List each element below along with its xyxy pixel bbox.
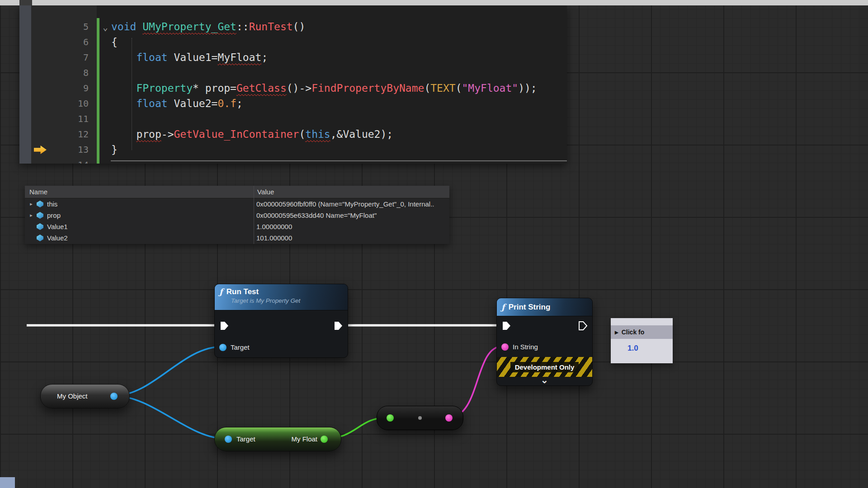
gutter-line[interactable]: 13 — [31, 142, 97, 157]
line-number[interactable]: 8 — [83, 67, 89, 78]
code-token: GetClass — [236, 82, 287, 94]
watch-column-divider[interactable] — [254, 186, 254, 244]
print-string-header: ƒ Print String — [497, 298, 592, 316]
watch-col-name[interactable]: Name — [25, 186, 254, 198]
gutter-line[interactable]: 12 — [31, 127, 97, 142]
code-line[interactable]: ⌄void UMyProperty_Get::RunTest() — [99, 19, 567, 34]
object-wire-to-getter[interactable] — [113, 396, 226, 439]
code-token: ( — [299, 128, 305, 140]
line-number[interactable]: 14 — [78, 160, 89, 164]
node-my-object[interactable]: My Object — [40, 384, 130, 408]
code-token: MyFloat — [217, 52, 261, 63]
run-test-header: ƒ Run Test Target is My Property Get — [215, 284, 348, 310]
code-line[interactable]: float Value1=MyFloat; — [99, 50, 567, 65]
code-line[interactable]: FProperty* prop=GetClass()->FindProperty… — [99, 80, 567, 96]
line-number[interactable]: 11 — [78, 113, 89, 124]
expand-caret-icon[interactable]: ▸ — [28, 210, 35, 221]
line-number[interactable]: 13 — [78, 144, 89, 155]
node-run-test[interactable]: ƒ Run Test Target is My Property Get Tar… — [214, 284, 348, 358]
conversion-dot-icon — [418, 416, 422, 420]
object-wire-to-runtest[interactable] — [113, 347, 222, 396]
node-subtitle: Target is My Property Get — [231, 297, 343, 304]
editor-margin[interactable] — [19, 5, 31, 164]
gutter-line[interactable]: 8 — [31, 65, 97, 80]
object-out-pin[interactable] — [110, 393, 118, 400]
expand-chevron-icon[interactable]: ⌄ — [497, 376, 592, 385]
exec-out-pin[interactable] — [333, 321, 343, 331]
target-pin-row: Target — [219, 343, 250, 351]
exec-in-pin[interactable] — [501, 321, 511, 331]
code-token: FProperty — [136, 82, 193, 94]
exec-in-pin[interactable] — [219, 321, 229, 331]
line-number[interactable]: 12 — [78, 129, 89, 140]
gutter-line[interactable]: 6 — [31, 34, 97, 50]
tooltip-header[interactable]: ▶ Click fo — [611, 325, 673, 339]
gutter-line[interactable]: 14 — [31, 157, 97, 164]
watch-value: 0x00000595e633dd40 Name="MyFloat" — [256, 210, 447, 221]
watch-row[interactable]: ▸this0x000005960fbf0ff0 (Name="MyPropert… — [25, 198, 449, 210]
exec-out-pin[interactable] — [578, 321, 588, 331]
code-line[interactable]: } — [99, 142, 567, 157]
code-token: GetValue_InContainer — [174, 128, 299, 140]
expand-caret-icon[interactable]: ▸ — [28, 198, 35, 210]
gutter-line[interactable]: 10 — [31, 96, 97, 111]
my-float-out-pin[interactable] — [321, 436, 328, 443]
watch-window[interactable]: Name Value ▸this0x000005960fbf0ff0 (Name… — [25, 186, 449, 244]
code-line[interactable]: prop->GetValue_InContainer(this,&Value2)… — [99, 127, 567, 142]
code-lines[interactable]: ⌄void UMyProperty_Get::RunTest(){ float … — [99, 5, 567, 164]
node-get-my-float[interactable]: Target My Float — [214, 427, 341, 451]
watch-col-value[interactable]: Value — [254, 186, 449, 198]
watch-row[interactable]: ▸prop0x00000595e633dd40 Name="MyFloat" — [25, 210, 449, 221]
code-line[interactable] — [99, 65, 567, 80]
development-only-banner: Development Only — [497, 357, 592, 377]
watch-row[interactable]: Value11.00000000 — [25, 221, 449, 232]
code-token: ( — [424, 82, 430, 94]
code-line[interactable] — [99, 111, 567, 127]
target-pin[interactable] — [225, 436, 232, 443]
variable-icon — [37, 223, 43, 230]
banner-label: Development Only — [510, 362, 579, 372]
string-out-pin[interactable] — [445, 414, 453, 422]
code-token: float — [136, 98, 174, 109]
gutter-line[interactable]: 5 — [31, 19, 97, 34]
code-token: ( — [456, 82, 462, 94]
node-print-string[interactable]: ƒ Print String In String Development Onl… — [496, 298, 593, 386]
gutter-line[interactable]: 7 — [31, 50, 97, 65]
in-string-pin[interactable] — [501, 343, 509, 351]
variable-label: My Object — [57, 385, 88, 408]
watch-value: 0x000005960fbf0ff0 (Name="MyProperty_Get… — [256, 198, 447, 210]
code-line[interactable]: { — [99, 34, 567, 50]
line-number[interactable]: 7 — [83, 52, 89, 63]
node-conversion[interactable] — [377, 406, 463, 430]
indent-guide — [132, 38, 132, 150]
code-token: = — [230, 82, 236, 94]
gutter-line[interactable]: 9 — [31, 80, 97, 96]
line-number[interactable]: 5 — [83, 21, 89, 32]
code-line[interactable]: float Value2=0.f; — [99, 96, 567, 111]
line-number[interactable]: 9 — [83, 83, 89, 94]
code-editor[interactable]: 567891011121314 ⌄void UMyProperty_Get::R… — [19, 5, 567, 164]
code-token: this — [305, 128, 330, 140]
code-token: ; — [236, 98, 243, 109]
gutter-line[interactable]: 11 — [31, 111, 97, 127]
code-token: ,&Value2); — [330, 128, 393, 140]
watch-header: Name Value — [25, 186, 449, 198]
variable-icon — [37, 201, 43, 207]
gutter-numbers[interactable]: 567891011121314 — [31, 5, 97, 164]
code-token — [111, 82, 136, 94]
float-in-pin[interactable] — [387, 414, 394, 422]
target-pin[interactable] — [219, 344, 226, 351]
fold-chevron-icon[interactable]: ⌄ — [99, 19, 111, 35]
in-string-pin-row: In String — [501, 343, 538, 351]
code-token: ()-> — [287, 82, 311, 94]
blueprint-canvas[interactable]: 567891011121314 ⌄void UMyProperty_Get::R… — [0, 0, 868, 488]
code-token: { — [111, 36, 118, 48]
code-token: } — [111, 144, 118, 155]
code-token: = — [212, 52, 218, 63]
code-token: 0.f — [217, 98, 236, 109]
watch-row[interactable]: Value2101.000000 — [25, 232, 449, 244]
code-token: = — [212, 98, 218, 109]
line-number[interactable]: 6 — [83, 37, 89, 47]
line-number[interactable]: 10 — [78, 98, 89, 109]
node-title: Print String — [509, 303, 551, 312]
